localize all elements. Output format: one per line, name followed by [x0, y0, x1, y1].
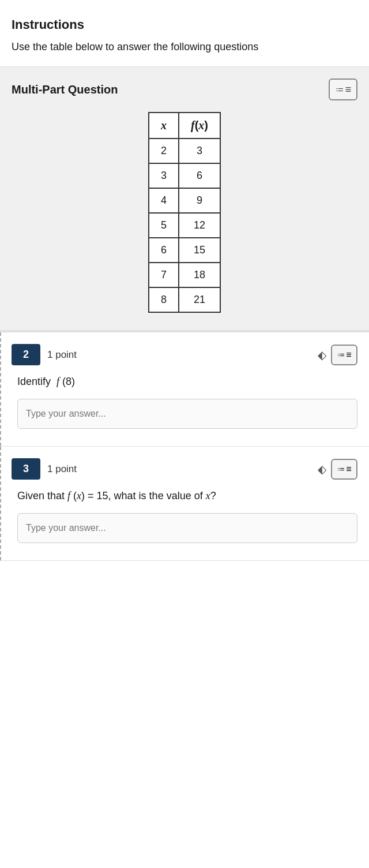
question-3-header: 3 1 point ⬖ ⩴≡	[12, 458, 357, 480]
table-cell-x-5: 7	[149, 263, 179, 287]
table-cell-fx-6: 21	[179, 287, 220, 312]
table-row: 615	[149, 238, 220, 263]
table-row: 718	[149, 263, 220, 287]
table-row: 821	[149, 287, 220, 312]
table-header-fx: f(x)	[179, 113, 220, 139]
question-3-section: 3 1 point ⬖ ⩴≡ Given that f (x) = 15, wh…	[0, 447, 369, 561]
table-cell-fx-1: 6	[179, 163, 220, 188]
table-cell-x-4: 6	[149, 238, 179, 263]
question-2-pin-icon[interactable]: ⬖	[318, 348, 326, 362]
table-cell-x-3: 5	[149, 213, 179, 238]
question-3-notes-button[interactable]: ⩴≡	[331, 459, 357, 480]
question-3-pin-icon[interactable]: ⬖	[318, 462, 326, 476]
table-row: 23	[149, 139, 220, 163]
question-3-actions: ⬖ ⩴≡	[318, 459, 357, 480]
instructions-section: Instructions Use the table below to answ…	[0, 0, 369, 67]
question-3-text: Given that f (x) = 15, what is the value…	[17, 488, 357, 504]
question-2-notes-icon: ⩴≡	[337, 350, 351, 360]
table-cell-fx-5: 18	[179, 263, 220, 287]
table-row: 36	[149, 163, 220, 188]
question-2-text: Identify f (8)	[17, 374, 357, 390]
table-cell-x-6: 8	[149, 287, 179, 312]
table-cell-x-0: 2	[149, 139, 179, 163]
table-cell-fx-4: 15	[179, 238, 220, 263]
table-header-x: x	[149, 113, 179, 139]
multi-part-section: Multi-Part Question ⩴≡ x f(x) 2336495126…	[0, 67, 369, 332]
question-2-notes-button[interactable]: ⩴≡	[331, 345, 357, 365]
multi-part-header: Multi-Part Question ⩴≡	[12, 78, 357, 100]
table-cell-fx-3: 12	[179, 213, 220, 238]
table-container: x f(x) 233649512615718821	[12, 112, 357, 313]
table-cell-fx-2: 9	[179, 188, 220, 213]
question-2-header: 2 1 point ⬖ ⩴≡	[12, 344, 357, 365]
question-3-answer-input[interactable]	[17, 513, 357, 543]
question-3-left-border	[0, 447, 2, 560]
question-2-actions: ⬖ ⩴≡	[318, 345, 357, 365]
table-row: 512	[149, 213, 220, 238]
question-2-points: 1 point	[47, 349, 311, 361]
table-row: 49	[149, 188, 220, 213]
question-2-answer-input[interactable]	[17, 399, 357, 429]
question-3-badge: 3	[12, 458, 40, 480]
question-2-badge: 2	[12, 344, 40, 365]
instructions-text: Use the table below to answer the follow…	[12, 39, 357, 55]
question-2-section: 2 1 point ⬖ ⩴≡ Identify f (8)	[0, 332, 369, 447]
data-table: x f(x) 233649512615718821	[148, 112, 221, 313]
multi-part-title: Multi-Part Question	[12, 83, 118, 96]
multi-part-notes-button[interactable]: ⩴≡	[329, 78, 357, 100]
table-cell-x-2: 4	[149, 188, 179, 213]
question-3-notes-icon: ⩴≡	[337, 464, 351, 474]
table-cell-fx-0: 3	[179, 139, 220, 163]
question-3-points: 1 point	[47, 463, 311, 475]
question-2-left-border	[0, 332, 2, 446]
table-cell-x-1: 3	[149, 163, 179, 188]
instructions-title: Instructions	[12, 17, 357, 32]
notes-icon: ⩴≡	[335, 84, 352, 96]
